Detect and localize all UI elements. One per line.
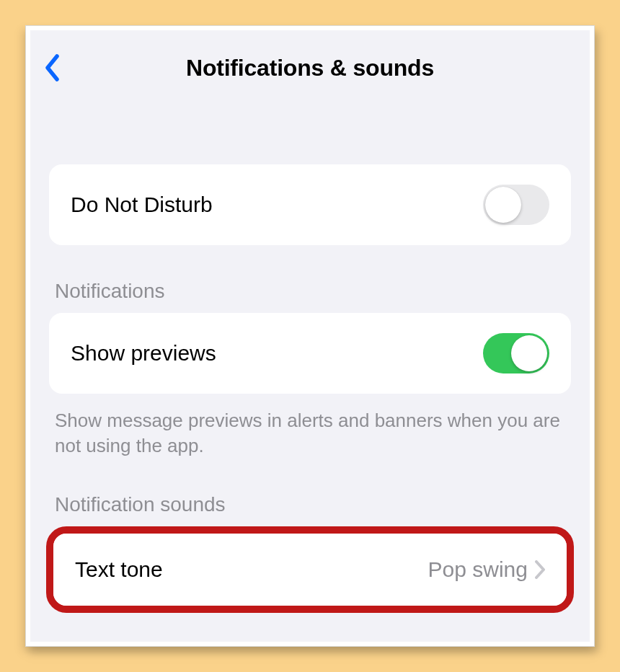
row-label-text-tone: Text tone bbox=[75, 557, 163, 582]
toggle-do-not-disturb[interactable] bbox=[483, 185, 549, 225]
toggle-show-previews[interactable] bbox=[483, 333, 549, 373]
group-text-tone: Text tone Pop swing bbox=[53, 534, 567, 606]
section-header-sounds: Notification sounds bbox=[49, 459, 571, 526]
nav-bar: Notifications & sounds bbox=[30, 36, 590, 100]
highlight-text-tone: Text tone Pop swing bbox=[46, 526, 574, 613]
toggle-knob bbox=[485, 187, 521, 223]
content: Do Not Disturb Notifications Show previe… bbox=[30, 100, 590, 613]
row-text-tone[interactable]: Text tone Pop swing bbox=[53, 534, 567, 606]
chevron-left-icon bbox=[44, 54, 60, 81]
page-title: Notifications & sounds bbox=[186, 55, 434, 81]
group-dnd: Do Not Disturb bbox=[49, 164, 571, 245]
row-show-previews[interactable]: Show previews bbox=[49, 313, 571, 394]
footer-note-previews: Show message previews in alerts and bann… bbox=[49, 394, 571, 459]
row-label-dnd: Do Not Disturb bbox=[71, 193, 213, 217]
back-button[interactable] bbox=[36, 52, 68, 84]
chevron-right-icon bbox=[535, 560, 545, 579]
row-do-not-disturb[interactable]: Do Not Disturb bbox=[49, 164, 571, 245]
settings-screen: Notifications & sounds Do Not Disturb No… bbox=[30, 30, 590, 642]
toggle-knob bbox=[511, 335, 547, 371]
group-previews: Show previews bbox=[49, 313, 571, 394]
value-text-tone: Pop swing bbox=[428, 557, 528, 582]
phone-frame: Notifications & sounds Do Not Disturb No… bbox=[25, 25, 595, 647]
row-detail-right: Pop swing bbox=[428, 557, 545, 582]
section-header-notifications: Notifications bbox=[49, 245, 571, 313]
row-label-previews: Show previews bbox=[71, 341, 216, 366]
